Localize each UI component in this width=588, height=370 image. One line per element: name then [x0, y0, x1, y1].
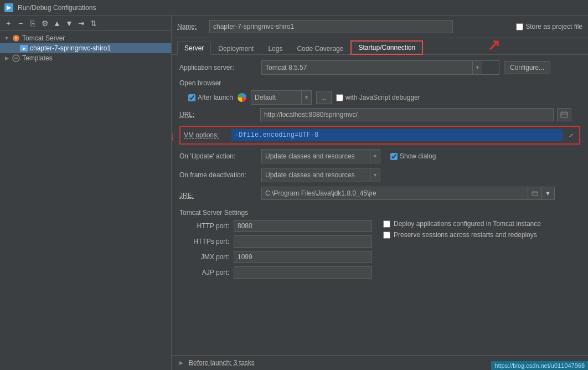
browser-row: After launch Default ▼ ... with JavaScri…	[188, 90, 580, 105]
templates-label: Templates	[22, 54, 53, 62]
tab-logs[interactable]: Logs	[261, 42, 290, 55]
title-bar: ▶ Run/Debug Configurations	[0, 0, 588, 16]
tabs-wrapper: Server Deployment Logs Code Coverage Sta…	[172, 38, 588, 55]
jre-btn-group: ▼	[528, 187, 555, 200]
tab-code-coverage[interactable]: Code Coverage	[290, 42, 350, 55]
app-server-row: Application server: Tomcat 8.5.57 ▼ Conf…	[179, 60, 580, 75]
move-up-button[interactable]: ▲	[52, 18, 62, 28]
tree-item-templates[interactable]: ▶ Templates	[0, 53, 171, 63]
on-update-dropdown-wrapper[interactable]: Update classes and resources ▼	[261, 149, 380, 163]
url-label: URL:	[179, 111, 257, 119]
config-item-label: chapter-7-springmvc-shiro1	[30, 44, 111, 52]
before-launch-row[interactable]: ▶ Before launch: 3 tasks	[179, 359, 255, 367]
preserve-sessions-label: Preserve sessions across restarts and re…	[394, 231, 537, 239]
port-fields: HTTP port: HTTPs port: JMX port: AJP por…	[179, 220, 372, 282]
on-update-label: On 'Update' action:	[179, 152, 257, 160]
vm-expand-button[interactable]: ⤢	[566, 130, 576, 140]
vm-options-row: VM options: ⤢	[179, 126, 580, 145]
settings-button[interactable]: ⚙	[40, 18, 50, 28]
configure-button[interactable]: Configure...	[504, 61, 550, 74]
tree-item-chapter7[interactable]: ▶ chapter-7-springmvc-shiro1	[0, 43, 171, 53]
tab-startup-connection[interactable]: Startup/Connection	[350, 40, 423, 55]
on-frame-deactivation-row: On frame deactivation: Update classes an…	[179, 168, 580, 182]
url-browse-button[interactable]	[557, 108, 571, 121]
preserve-sessions-checkbox[interactable]	[383, 232, 390, 239]
content-panel: Name: Store as project file Server Deplo…	[172, 16, 588, 370]
js-debugger-text: with JavaScript debugger	[345, 94, 420, 101]
browser-select[interactable]: Default	[251, 91, 301, 104]
tabs-bar: Server Deployment Logs Code Coverage Sta…	[172, 38, 588, 55]
templates-arrow: ▶	[3, 55, 10, 61]
jmx-port-input[interactable]	[234, 251, 372, 263]
sidebar-toolbar: + − ⎘ ⚙ ▲ ▼ ⇥ ⇅	[0, 16, 171, 31]
ajp-port-input[interactable]	[234, 266, 372, 279]
name-row: Name: Store as project file	[172, 16, 588, 38]
show-dialog-checkbox[interactable]	[390, 153, 398, 160]
app-server-dropdown-wrapper[interactable]: Tomcat 8.5.57 ▼	[261, 60, 499, 75]
jre-input-group: ▼	[261, 187, 555, 200]
remove-config-button[interactable]: −	[16, 18, 25, 28]
on-frame-deactivation-select[interactable]: Update classes and resources	[262, 168, 370, 182]
svg-text:T: T	[15, 36, 18, 41]
jre-dropdown-button[interactable]: ▼	[541, 187, 555, 200]
move-down-button[interactable]: ▼	[64, 18, 74, 28]
js-debugger-checkbox[interactable]	[336, 94, 343, 101]
config-tree: ▼ T Tomcat Server ▶ cha	[0, 31, 171, 370]
tomcat-server-icon: T	[12, 34, 20, 42]
vm-options-input[interactable]	[231, 129, 563, 141]
https-port-input[interactable]	[234, 235, 372, 248]
after-launch-checkbox[interactable]	[188, 94, 195, 101]
tomcat-server-label: Tomcat Server	[22, 34, 65, 42]
tab-deployment[interactable]: Deployment	[211, 42, 261, 55]
app-icon: ▶	[4, 3, 13, 12]
jre-browse-button[interactable]	[528, 187, 541, 200]
browser-dropdown-arrow: ▼	[301, 91, 311, 104]
deploy-apps-checkbox[interactable]	[383, 220, 390, 228]
tomcat-checkboxes: Deploy applications configured in Tomcat…	[383, 220, 541, 282]
url-input[interactable]	[260, 108, 554, 121]
expand-arrow: ▼	[3, 35, 10, 42]
http-port-input[interactable]	[234, 220, 372, 232]
copy-config-button[interactable]: ⎘	[28, 18, 38, 28]
store-as-project-checkbox[interactable]	[516, 23, 523, 30]
tomcat-settings-layout: HTTP port: HTTPs port: JMX port: AJP por…	[179, 220, 580, 282]
ajp-port-row: AJP port:	[179, 266, 372, 279]
https-port-row: HTTPs port:	[179, 235, 372, 248]
tomcat-settings-label: Tomcat Server Settings	[179, 209, 580, 217]
sort-button[interactable]: ⇅	[89, 18, 99, 28]
url-row: URL:	[179, 108, 580, 121]
window-title: Run/Debug Configurations	[18, 4, 96, 12]
on-update-select[interactable]: Update classes and resources	[262, 150, 370, 163]
config-icon: ▶	[20, 44, 28, 52]
jmx-port-row: JMX port:	[179, 251, 372, 263]
on-frame-deactivation-wrapper[interactable]: Update classes and resources ▼	[261, 168, 380, 182]
tree-item-tomcat-server[interactable]: ▼ T Tomcat Server	[0, 33, 171, 43]
name-input[interactable]	[209, 20, 453, 33]
browser-select-wrapper[interactable]: Default ▼	[251, 90, 312, 105]
https-port-label: HTTPs port:	[179, 238, 229, 245]
after-launch-checkbox-label[interactable]: After launch	[188, 94, 233, 101]
store-as-project-label: Store as project file	[525, 23, 582, 30]
js-debugger-label[interactable]: with JavaScript debugger	[336, 94, 420, 101]
browser-dots-button[interactable]: ...	[316, 91, 332, 104]
before-launch-label: Before launch: 3 tasks	[189, 359, 255, 367]
app-server-select[interactable]: Tomcat 8.5.57	[262, 61, 472, 74]
show-dialog-text: Show dialog	[400, 152, 436, 160]
move-into-button[interactable]: ⇥	[76, 18, 86, 28]
vm-arrow-indicator: ↓	[172, 130, 176, 142]
ajp-port-label: AJP port:	[179, 269, 229, 276]
tab-server[interactable]: Server	[177, 42, 211, 55]
svg-rect-6	[561, 112, 568, 117]
jre-input[interactable]	[261, 187, 528, 200]
add-config-button[interactable]: +	[3, 18, 13, 28]
on-update-row: On 'Update' action: Update classes and r…	[179, 149, 580, 163]
on-frame-deactivation-label: On frame deactivation:	[179, 171, 257, 179]
vm-options-label: VM options:	[184, 131, 228, 139]
preserve-sessions-row: Preserve sessions across restarts and re…	[383, 231, 541, 239]
show-dialog-label[interactable]: Show dialog	[390, 152, 436, 160]
sidebar: + − ⎘ ⚙ ▲ ▼ ⇥ ⇅ ▼ T Tomcat Server	[0, 16, 172, 370]
app-server-dropdown-arrow: ▼	[472, 61, 482, 74]
vm-section-wrapper: ↓ VM options: ⤢	[179, 126, 580, 145]
svg-rect-7	[532, 192, 538, 196]
app-server-label: Application server:	[179, 64, 257, 71]
